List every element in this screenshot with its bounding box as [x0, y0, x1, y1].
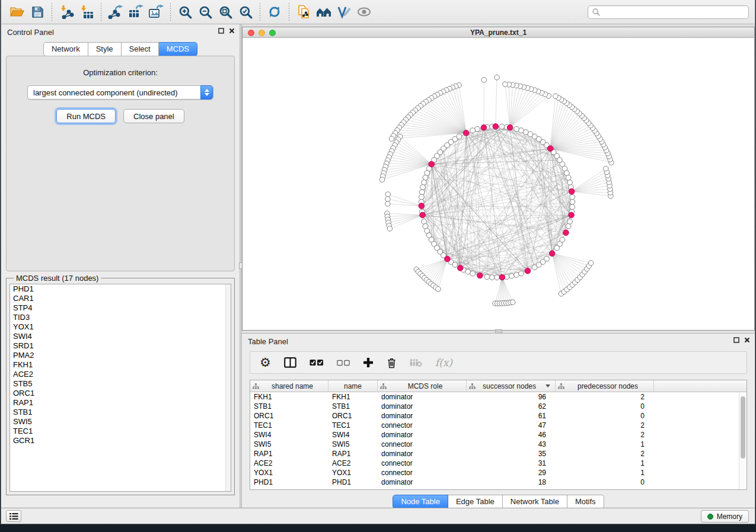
dominator-node[interactable]: [547, 146, 553, 152]
sort-desc-icon[interactable]: [546, 384, 550, 387]
dominator-node[interactable]: [507, 125, 513, 131]
table-cell[interactable]: dominator: [378, 411, 467, 421]
result-node-item[interactable]: STB5: [10, 379, 231, 389]
table-cell[interactable]: RAP1: [328, 449, 378, 459]
close-traffic-light[interactable]: [248, 30, 254, 36]
scrollbar-thumb[interactable]: [741, 396, 745, 459]
table-cell[interactable]: 2: [556, 421, 654, 430]
dominator-node[interactable]: [463, 130, 469, 136]
dominator-node[interactable]: [420, 212, 426, 218]
export-network-icon[interactable]: [106, 2, 126, 21]
dominator-node[interactable]: [549, 251, 555, 257]
float-icon[interactable]: [218, 28, 224, 34]
result-node-item[interactable]: TID3: [10, 313, 231, 322]
tab-style[interactable]: Style: [88, 42, 122, 56]
search-input[interactable]: [602, 8, 744, 16]
table-cell[interactable]: dominator: [378, 402, 467, 411]
table-row[interactable]: ACE2ACE2connector311: [250, 459, 747, 468]
result-node-item[interactable]: STP4: [10, 303, 231, 313]
result-node-item[interactable]: RAP1: [10, 398, 231, 408]
table-cell[interactable]: dominator: [378, 430, 467, 440]
result-node-item[interactable]: SWI4: [10, 332, 231, 341]
table-cell[interactable]: 96: [467, 392, 556, 402]
table-row[interactable]: SWI4SWI4dominator462: [250, 430, 747, 440]
dominator-node[interactable]: [569, 212, 575, 218]
open-session-icon[interactable]: [7, 2, 27, 21]
table-cell[interactable]: dominator: [378, 392, 467, 402]
table-cell[interactable]: RAP1: [250, 449, 328, 459]
table-settings-gear-icon[interactable]: ⚙: [260, 357, 271, 368]
table-cell[interactable]: connector: [378, 459, 467, 468]
result-node-item[interactable]: PHD1: [10, 284, 231, 294]
select-all-checkboxes-icon[interactable]: [310, 359, 324, 366]
table-cell[interactable]: 2: [556, 392, 654, 402]
mcds-result-list[interactable]: PHD1CAR1STP4TID3YOX1SWI4SRD1PMA2FKH1ACE2…: [9, 284, 231, 492]
minimize-traffic-light[interactable]: [259, 30, 265, 36]
task-history-button[interactable]: [6, 510, 21, 522]
table-cell[interactable]: connector: [378, 468, 467, 477]
result-node-item[interactable]: ORC1: [10, 389, 231, 398]
dominator-node[interactable]: [477, 273, 483, 278]
table-cell[interactable]: 31: [467, 459, 556, 468]
dominator-node[interactable]: [429, 161, 435, 167]
tab-edge-table[interactable]: Edge Table: [448, 495, 503, 509]
export-table-icon[interactable]: [126, 2, 146, 21]
result-node-item[interactable]: SWI5: [10, 417, 231, 427]
network-window-titlebar[interactable]: YPA_prune.txt_1: [243, 27, 754, 38]
dominator-node[interactable]: [457, 265, 463, 271]
tab-network-table[interactable]: Network Table: [503, 495, 567, 509]
column-header-mcds-role[interactable]: MCDS role: [378, 380, 467, 392]
column-header-successor-nodes[interactable]: successor nodes: [467, 380, 556, 392]
table-cell[interactable]: STB1: [250, 402, 328, 411]
table-cell[interactable]: 0: [556, 477, 654, 487]
close-icon[interactable]: [229, 28, 235, 34]
table-row[interactable]: ORC1ORC1dominator610: [250, 411, 747, 421]
table-cell[interactable]: SWI4: [328, 430, 378, 440]
dominator-node[interactable]: [419, 203, 425, 209]
network-graph[interactable]: [243, 38, 754, 330]
run-mcds-button[interactable]: Run MCDS: [56, 109, 116, 123]
import-table-icon[interactable]: [76, 2, 97, 21]
table-row[interactable]: YOX1YOX1connector291: [250, 468, 747, 477]
tab-motifs[interactable]: Motifs: [567, 495, 604, 509]
show-columns-icon[interactable]: [284, 357, 296, 368]
result-node-item[interactable]: SRD1: [10, 341, 231, 351]
vizmapper-icon[interactable]: [334, 2, 354, 21]
table-cell[interactable]: 29: [467, 468, 556, 477]
dominator-node[interactable]: [481, 125, 487, 131]
zoom-out-icon[interactable]: [195, 2, 215, 21]
zoom-selected-icon[interactable]: [235, 2, 256, 21]
table-cell[interactable]: SWI5: [250, 440, 328, 449]
table-cell[interactable]: 46: [467, 430, 556, 440]
column-header-predecessor-nodes[interactable]: predecessor nodes: [556, 380, 654, 392]
result-node-item[interactable]: CAR1: [10, 294, 231, 303]
delete-column-icon[interactable]: [387, 357, 397, 368]
table-row[interactable]: RAP1RAP1dominator352: [250, 449, 747, 459]
close-panel-button[interactable]: Close panel: [123, 109, 184, 123]
column-header-shared-name[interactable]: shared name: [250, 380, 328, 392]
table-row[interactable]: PHD1PHD1dominator180: [250, 477, 747, 487]
close-icon[interactable]: [744, 337, 750, 343]
column-header-name[interactable]: name: [328, 380, 378, 392]
table-cell[interactable]: dominator: [378, 449, 467, 459]
dominator-node[interactable]: [499, 274, 505, 280]
zoom-fit-icon[interactable]: [215, 2, 235, 21]
table-cell[interactable]: FKH1: [250, 392, 328, 402]
result-node-item[interactable]: ACE2: [10, 370, 231, 379]
memory-button[interactable]: Memory: [701, 510, 749, 523]
result-node-item[interactable]: PMA2: [10, 351, 231, 360]
toggle-graphics-details-icon[interactable]: [354, 2, 374, 21]
table-cell[interactable]: ACE2: [328, 459, 378, 468]
table-cell[interactable]: PHD1: [328, 477, 378, 487]
table-cell[interactable]: 1: [556, 459, 654, 468]
save-session-icon[interactable]: [27, 2, 47, 21]
table-row[interactable]: SWI5SWI5connector431: [250, 440, 747, 449]
create-column-icon[interactable]: [363, 357, 374, 368]
result-node-item[interactable]: STB1: [10, 408, 231, 417]
table-cell[interactable]: connector: [378, 421, 467, 430]
result-node-item[interactable]: FKH1: [10, 360, 231, 370]
table-cell[interactable]: 18: [467, 477, 556, 487]
network-canvas[interactable]: [243, 38, 754, 330]
tab-select[interactable]: Select: [122, 42, 159, 56]
table-cell[interactable]: 62: [467, 402, 556, 411]
